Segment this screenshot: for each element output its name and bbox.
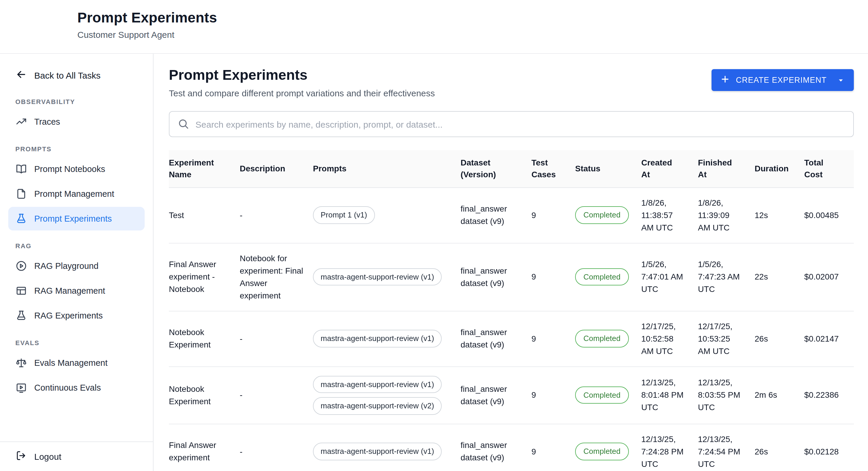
cell-total-cost: $0.00485	[804, 187, 854, 243]
logout-icon	[16, 450, 27, 463]
cell-test-cases: 9	[531, 366, 575, 424]
cell-finished-at: 12/17/25, 10:53:25 AM UTC	[698, 311, 755, 366]
status-badge: Completed	[575, 268, 629, 286]
cell-prompts: mastra-agent-support-review (v1)	[313, 424, 461, 471]
sidebar-item-label: Prompt Experiments	[34, 214, 112, 224]
sidebar-item-continuous-evals[interactable]: Continuous Evals	[8, 376, 145, 400]
cell-experiment-name: Notebook Experiment	[169, 366, 240, 424]
table-row[interactable]: Final Answer experiment - Notebook Noteb…	[169, 243, 854, 311]
cell-description: -	[240, 424, 313, 471]
cell-prompts: mastra-agent-support-review (v1)mastra-a…	[313, 366, 461, 424]
status-badge: Completed	[575, 386, 629, 404]
logout-button[interactable]: Logout	[0, 441, 153, 471]
flask-icon	[16, 213, 27, 225]
cell-finished-at: 1/8/26, 11:39:09 AM UTC	[698, 187, 755, 243]
prompt-pill: Prompt 1 (v1)	[313, 207, 375, 224]
cell-total-cost: $0.02007	[804, 243, 854, 311]
cell-duration: 12s	[755, 187, 804, 243]
sidebar-item-prompt-experiments[interactable]: Prompt Experiments	[8, 207, 145, 231]
cell-status: Completed	[575, 366, 641, 424]
sidebar-item-label: Prompt Management	[34, 189, 114, 199]
cell-total-cost: $0.02147	[804, 311, 854, 366]
cell-test-cases: 9	[531, 424, 575, 471]
prompt-pill: mastra-agent-support-review (v1)	[313, 376, 442, 393]
cell-prompts: mastra-agent-support-review (v1)	[313, 311, 461, 366]
experiments-table: Experiment Name Description Prompts Data…	[169, 150, 854, 471]
cell-created-at: 12/13/25, 8:01:48 PM UTC	[641, 366, 698, 424]
column-header-finished-at: Finished At	[698, 150, 755, 187]
app: Prompt Experiments Customer Support Agen…	[0, 0, 868, 471]
cell-created-at: 1/5/26, 7:47:01 AM UTC	[641, 243, 698, 311]
sidebar-item-label: Evals Management	[34, 358, 107, 367]
play-box-icon	[16, 382, 27, 393]
sidebar-item-label: RAG Experiments	[34, 311, 103, 320]
cell-description: Notebook for experiment: Final Answer ex…	[240, 243, 313, 311]
status-badge: Completed	[575, 330, 629, 348]
back-to-all-tasks-link[interactable]: Back to All Tasks	[8, 63, 145, 87]
cell-total-cost: $0.02128	[804, 424, 854, 471]
notebook-icon	[16, 163, 27, 175]
table-row[interactable]: Final Answer experiment - mastra-agent-s…	[169, 424, 854, 471]
cell-status: Completed	[575, 243, 641, 311]
logout-label: Logout	[34, 451, 61, 462]
search-input[interactable]	[169, 111, 854, 137]
status-badge: Completed	[575, 207, 629, 224]
cell-created-at: 1/8/26, 11:38:57 AM UTC	[641, 187, 698, 243]
table-icon	[16, 285, 27, 297]
table-row[interactable]: Notebook Experiment - mastra-agent-suppo…	[169, 366, 854, 424]
sidebar-item-rag-playground[interactable]: RAG Playground	[8, 254, 145, 278]
sidebar-item-rag-experiments[interactable]: RAG Experiments	[8, 304, 145, 327]
app-subtitle: Customer Support Agent	[78, 30, 854, 39]
cell-finished-at: 1/5/26, 7:47:23 AM UTC	[698, 243, 755, 311]
app-title: Prompt Experiments	[78, 9, 854, 26]
arrow-left-icon	[16, 68, 27, 82]
prompt-pill: mastra-agent-support-review (v1)	[313, 330, 442, 348]
cell-experiment-name: Final Answer experiment - Notebook	[169, 243, 240, 311]
cell-prompts: mastra-agent-support-review (v1)	[313, 243, 461, 311]
table-header-row: Experiment Name Description Prompts Data…	[169, 150, 854, 187]
sidebar-item-evals-management[interactable]: Evals Management	[8, 351, 145, 375]
cell-description: -	[240, 366, 313, 424]
column-header-total-cost: Total Cost	[804, 150, 854, 187]
create-experiment-button[interactable]: CREATE EXPERIMENT	[712, 69, 854, 91]
sidebar-item-label: RAG Management	[34, 286, 105, 295]
prompt-pill: mastra-agent-support-review (v1)	[313, 443, 442, 460]
prompt-pill: mastra-agent-support-review (v2)	[313, 397, 442, 415]
cell-prompts: Prompt 1 (v1)	[313, 187, 461, 243]
status-badge: Completed	[575, 443, 629, 460]
cell-experiment-name: Test	[169, 187, 240, 243]
cell-dataset: final_answer dataset (v9)	[461, 243, 531, 311]
cell-test-cases: 9	[531, 187, 575, 243]
cell-created-at: 12/17/25, 10:52:58 AM UTC	[641, 311, 698, 366]
sidebar-item-label: Traces	[34, 117, 60, 126]
column-header-duration: Duration	[755, 150, 804, 187]
sidebar-item-label: Continuous Evals	[34, 383, 101, 392]
search-icon	[177, 118, 190, 133]
plus-icon	[720, 74, 731, 86]
table-row[interactable]: Notebook Experiment - mastra-agent-suppo…	[169, 311, 854, 366]
cell-duration: 26s	[755, 311, 804, 366]
section-label-evals: EVALS	[8, 329, 145, 351]
cell-finished-at: 12/13/25, 8:03:55 PM UTC	[698, 366, 755, 424]
cell-experiment-name: Notebook Experiment	[169, 311, 240, 366]
back-link-label: Back to All Tasks	[34, 70, 101, 80]
sidebar-item-prompt-notebooks[interactable]: Prompt Notebooks	[8, 157, 145, 181]
cell-duration: 22s	[755, 243, 804, 311]
sidebar-item-traces[interactable]: Traces	[8, 110, 145, 134]
cell-status: Completed	[575, 187, 641, 243]
cell-test-cases: 9	[531, 243, 575, 311]
table-row[interactable]: Test - Prompt 1 (v1) final_answer datase…	[169, 187, 854, 243]
sidebar-item-rag-management[interactable]: RAG Management	[8, 279, 145, 302]
section-label-prompts: PROMPTS	[8, 135, 145, 157]
cell-description: -	[240, 187, 313, 243]
cell-dataset: final_answer dataset (v9)	[461, 311, 531, 366]
sidebar: Back to All Tasks OBSERVABILITY Traces P…	[0, 54, 154, 471]
cell-finished-at: 12/13/25, 7:24:54 PM UTC	[698, 424, 755, 471]
cell-created-at: 12/13/25, 7:24:28 PM UTC	[641, 424, 698, 471]
cell-dataset: final_answer dataset (v9)	[461, 424, 531, 471]
page-subtitle: Test and compare different prompt variat…	[169, 88, 435, 98]
sidebar-item-label: Prompt Notebooks	[34, 164, 105, 174]
sidebar-item-prompt-management[interactable]: Prompt Management	[8, 182, 145, 206]
column-header-status: Status	[575, 150, 641, 187]
column-header-experiment-name: Experiment Name	[169, 150, 240, 187]
